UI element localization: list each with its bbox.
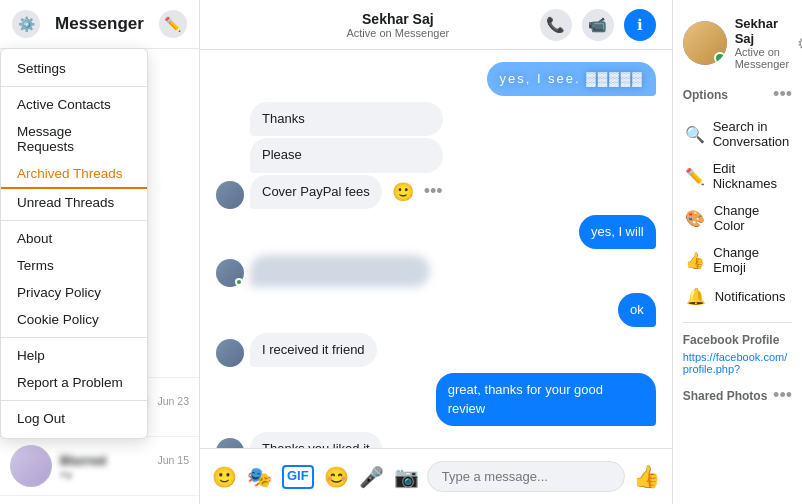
bubble-please: Please [250, 138, 443, 172]
online-badge [714, 52, 726, 64]
fb-profile-link[interactable]: https://facebook.com/profile.php? [683, 351, 792, 375]
conv-item-3[interactable]: Blurred Jun 15 ny. [0, 437, 199, 496]
conv-name-3: Blurred [60, 453, 106, 468]
chat-contact-status: Active on Messenger [256, 27, 540, 39]
gear-settings-btn[interactable]: ⚙ [797, 34, 802, 53]
conv-time-2: Jun 23 [157, 395, 189, 407]
voice-input-icon[interactable]: 🎤 [359, 465, 384, 489]
video-btn[interactable]: 📹 [582, 9, 614, 41]
input-bar: 🙂 🎭 GIF 😊 🎤 📷 👍 [200, 448, 672, 504]
send-like-btn[interactable]: 👍 [633, 464, 660, 490]
like-sticker-icon[interactable]: 😊 [324, 465, 349, 489]
menu-logout[interactable]: Log Out [1, 405, 147, 432]
menu-report[interactable]: Report a Problem [1, 369, 147, 396]
msg-row-sent-ok: ok [216, 293, 656, 327]
bubble-blurred [250, 255, 430, 287]
sidebar: ⚙️ Messenger ✏️ Settings Active Contacts… [0, 0, 200, 504]
menu-active-contacts[interactable]: Active Contacts [1, 91, 147, 118]
options-label: Options [683, 88, 728, 102]
chat-area: Sekhar Saj Active on Messenger 📞 📹 ℹ yes… [200, 0, 672, 504]
bubble-sent-2: yes, I will [579, 215, 656, 249]
photo-input-icon[interactable]: 📷 [394, 465, 419, 489]
msg-avatar-1 [216, 181, 244, 209]
chat-header-actions: 📞 📹 ℹ [540, 9, 656, 41]
emoji-option-icon: 👍 [685, 251, 706, 270]
chat-header: Sekhar Saj Active on Messenger 📞 📹 ℹ [200, 0, 672, 50]
sidebar-title: Messenger [55, 14, 144, 34]
right-contact-name: Sekhar Saj [735, 16, 789, 46]
menu-message-requests[interactable]: Message Requests [1, 118, 147, 160]
msg-emoji-btn[interactable]: 🙂 [392, 181, 414, 203]
msg-avatar-4 [216, 438, 244, 448]
bubble-liked: Thanks you liked it [250, 432, 382, 448]
menu-terms[interactable]: Terms [1, 252, 147, 279]
chat-header-info: Sekhar Saj Active on Messenger [256, 11, 540, 39]
conv-time-3: Jun 15 [157, 454, 189, 466]
right-profile-info: Sekhar Saj Active on Messenger [735, 16, 789, 70]
option-color[interactable]: 🎨 Change Color [683, 197, 792, 239]
input-icons: 🙂 🎭 GIF 😊 🎤 📷 [212, 465, 419, 489]
message-input[interactable] [427, 461, 625, 492]
bubble-thanks: Thanks [250, 102, 443, 136]
divider-1 [1, 86, 147, 87]
right-contact-status: Active on Messenger [735, 46, 789, 70]
sticker-input-icon[interactable]: 🎭 [247, 465, 272, 489]
gif-input-icon[interactable]: GIF [282, 465, 314, 489]
option-emoji[interactable]: 👍 Change Emoji [683, 239, 792, 281]
msg-row-sent-great: great, thanks for your good review [216, 373, 656, 425]
msg-row-received-friend: I received it friend [216, 333, 656, 367]
menu-archived-threads[interactable]: Archived Threads [1, 160, 147, 189]
call-btn[interactable]: 📞 [540, 9, 572, 41]
msg-row-received-liked: Thanks you liked it ⊙ [216, 432, 656, 448]
msg-row-received-blurred [216, 255, 656, 287]
dropdown-menu: Settings Active Contacts Message Request… [0, 48, 148, 439]
msg-avatar-2 [216, 259, 244, 287]
conv-info-3: Blurred Jun 15 ny. [60, 453, 189, 480]
msg-row-received-group: Thanks Please Cover PayPal fees 🙂 ••• [216, 102, 656, 209]
option-nicknames[interactable]: ✏️ Edit Nicknames [683, 155, 792, 197]
info-btn[interactable]: ℹ [624, 9, 656, 41]
divider-3 [1, 337, 147, 338]
msg-more-btn[interactable]: ••• [424, 181, 443, 202]
option-search[interactable]: 🔍 Search in Conversation [683, 113, 792, 155]
menu-unread-threads[interactable]: Unread Threads [1, 189, 147, 216]
menu-about[interactable]: About [1, 225, 147, 252]
sidebar-header: ⚙️ Messenger ✏️ [0, 0, 199, 49]
msg-row-sent-1: yes, I see. ▓▓▓▓▓ [216, 62, 656, 96]
emoji-input-icon[interactable]: 🙂 [212, 465, 237, 489]
shared-photos-header: Shared Photos ••• [683, 385, 792, 406]
edit-option-icon: ✏️ [685, 167, 705, 186]
chat-contact-name: Sekhar Saj [256, 11, 540, 27]
fb-profile-label: Facebook Profile [683, 333, 792, 347]
bubble-great: great, thanks for your good review [436, 373, 656, 425]
divider-4 [1, 400, 147, 401]
bubble-cover: Cover PayPal fees [250, 175, 382, 209]
msg-row-sent-2: yes, I will [216, 215, 656, 249]
right-panel: Sekhar Saj Active on Messenger ⚙ Options… [672, 0, 802, 504]
conv-item-4[interactable]: Blurred Jun 15 ky. [0, 496, 199, 504]
option-notifications[interactable]: 🔔 Notifications [683, 281, 792, 312]
msg-group-1: Thanks Please Cover PayPal fees 🙂 ••• [250, 102, 443, 209]
menu-settings[interactable]: Settings [1, 55, 147, 82]
color-option-icon: 🎨 [685, 209, 706, 228]
conv-preview-3: ny. [60, 468, 189, 480]
options-header: Options ••• [683, 84, 792, 105]
menu-cookie[interactable]: Cookie Policy [1, 306, 147, 333]
conv-avatar-3 [10, 445, 52, 487]
color-option-label: Change Color [714, 203, 790, 233]
divider-2 [1, 220, 147, 221]
new-message-btn[interactable]: ✏️ [159, 10, 187, 38]
options-more-btn[interactable]: ••• [773, 84, 792, 105]
shared-photos-more-btn[interactable]: ••• [773, 385, 792, 406]
settings-icon-btn[interactable]: ⚙️ [12, 10, 40, 38]
bubble-sent-1: yes, I see. ▓▓▓▓▓ [487, 62, 655, 96]
right-profile: Sekhar Saj Active on Messenger ⚙ [683, 16, 792, 70]
menu-help[interactable]: Help [1, 342, 147, 369]
bubble-received-friend: I received it friend [250, 333, 377, 367]
right-contact-avatar [683, 21, 727, 65]
bubble-ok: ok [618, 293, 656, 327]
search-option-label: Search in Conversation [713, 119, 790, 149]
shared-photos-label: Shared Photos [683, 389, 768, 403]
menu-privacy[interactable]: Privacy Policy [1, 279, 147, 306]
panel-divider [683, 322, 792, 323]
